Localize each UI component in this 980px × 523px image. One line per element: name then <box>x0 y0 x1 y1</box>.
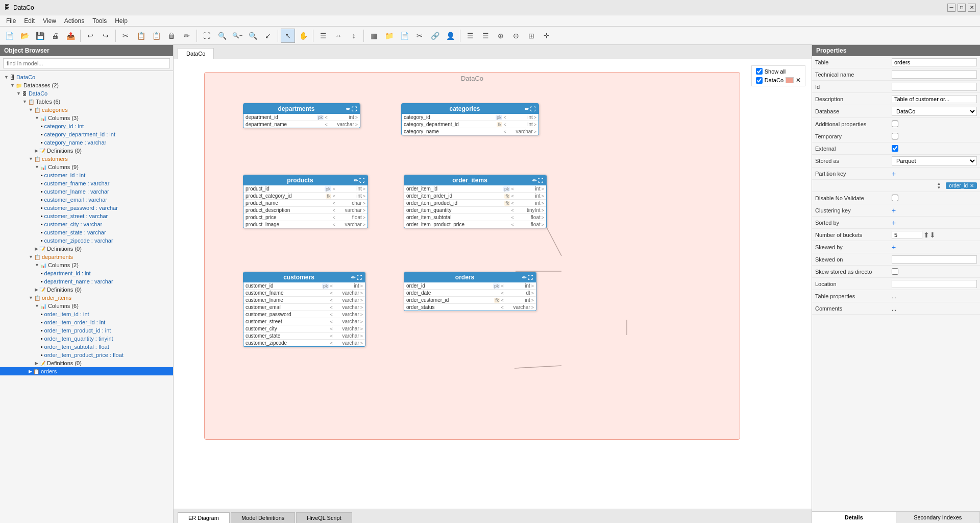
expand-icon[interactable]: ⛶ <box>357 275 362 280</box>
prop-input-id[interactable] <box>892 83 977 91</box>
prop-tab-secondary-indexes[interactable]: Secondary Indexes <box>896 512 981 523</box>
pointer-button[interactable]: ↖ <box>281 29 295 43</box>
delete-button[interactable]: 🗑 <box>164 29 179 43</box>
open-button[interactable]: 📂 <box>17 29 32 43</box>
search-input[interactable] <box>3 58 170 68</box>
tree-item-oi-cols[interactable]: ▼📊Columns (6) <box>0 302 173 310</box>
partition-key-add-button[interactable]: + <box>892 170 896 178</box>
add-circle-button[interactable]: ⊕ <box>494 29 508 43</box>
edit-icon[interactable]: ✏ <box>522 275 526 280</box>
tree-item-cust-col8[interactable]: •customer_state : varchar <box>0 228 173 236</box>
prop-input-description[interactable] <box>892 95 977 103</box>
tree-item-oi-col2[interactable]: •order_item_order_id : int <box>0 318 173 326</box>
prop-checkbox-skew-stored[interactable] <box>892 268 898 275</box>
tree-item-cat-defs[interactable]: ▶ 📝 Definitions (0) <box>0 147 173 155</box>
close-filter-icon[interactable]: ✕ <box>796 77 801 84</box>
prop-input-technical-name[interactable] <box>892 70 977 79</box>
list2-button[interactable]: ☰ <box>478 29 493 43</box>
align-left-button[interactable]: ☰ <box>316 29 330 43</box>
tree-item-dept-col1[interactable]: •department_id : int <box>0 269 173 277</box>
zoom-fit-button[interactable]: 🔍 <box>246 29 260 43</box>
menu-actions[interactable]: Actions <box>60 16 88 26</box>
prop-input-table[interactable] <box>892 58 977 66</box>
paste-button[interactable]: 📋 <box>149 29 163 43</box>
show-dataco-checkbox[interactable] <box>756 77 763 84</box>
tree-item-dataco-db[interactable]: ▼ 🗄 DataCo <box>0 89 173 98</box>
undo-button[interactable]: ↩ <box>83 29 97 43</box>
add-square-button[interactable]: ⊞ <box>524 29 538 43</box>
print-button[interactable]: 🖨 <box>48 29 62 43</box>
er-table-categories[interactable]: categories ✏ ⛶ category_id pk < int > <box>401 103 539 135</box>
folder-add-button[interactable]: 📁 <box>382 29 396 43</box>
zoom-select-button[interactable]: ↙ <box>261 29 275 43</box>
menu-tools[interactable]: Tools <box>88 16 111 26</box>
file-add-button[interactable]: 📄 <box>397 29 411 43</box>
tree-item-tables[interactable]: ▼ 📋 Tables (6) <box>0 98 173 106</box>
diagram-area[interactable]: Show all DataCo ✕ <box>174 59 812 509</box>
edit-icon[interactable]: ✏ <box>346 106 350 112</box>
skewed-by-add-button[interactable]: + <box>892 243 896 251</box>
zoom-in-button[interactable]: 🔍 <box>215 29 229 43</box>
tree-item-oi-defs[interactable]: ▶📝Definitions (0) <box>0 359 173 367</box>
tree-item-oi-col6[interactable]: •order_item_product_price : float <box>0 351 173 359</box>
tree-item-oi-col1[interactable]: •order_item_id : int <box>0 310 173 318</box>
align-vert-button[interactable]: ↕ <box>347 29 361 43</box>
expand-icon[interactable]: ⛶ <box>359 178 364 183</box>
close-button[interactable]: ✕ <box>968 4 976 12</box>
tree-item-cust-col1[interactable]: •customer_id : int <box>0 171 173 179</box>
cut-button[interactable]: ✂ <box>118 29 133 43</box>
tree-item-cust-col2[interactable]: •customer_fname : varchar <box>0 179 173 187</box>
tree-item-categories[interactable]: ▼ 📋 categories <box>0 106 173 114</box>
move-button[interactable]: ✛ <box>540 29 554 43</box>
bottom-tab-er[interactable]: ER Diagram <box>178 512 230 523</box>
export-button[interactable]: 📤 <box>63 29 78 43</box>
prop-select-database[interactable]: DataCo <box>892 107 977 116</box>
tree-item-cat-col2[interactable]: • category_department_id : int <box>0 130 173 138</box>
tree-item-departments[interactable]: ▼📋departments <box>0 253 173 261</box>
er-table-orders[interactable]: orders ✏ ⛶ order_idpk<int> order_date<dt… <box>404 272 536 311</box>
zoom-out-button[interactable]: 🔍− <box>230 29 244 43</box>
tree-item-customers[interactable]: ▼ 📋 customers <box>0 155 173 163</box>
tree-item-cat-col3[interactable]: • category_name : varchar <box>0 138 173 147</box>
show-all-checkbox[interactable] <box>756 68 763 75</box>
prop-input-skewed-on[interactable] <box>892 255 977 264</box>
remove-circle-button[interactable]: ⊙ <box>509 29 523 43</box>
prop-checkbox-disable-validate[interactable] <box>892 195 898 201</box>
prop-checkbox-temporary[interactable] <box>892 133 898 139</box>
tree-item-databases[interactable]: ▼ 📁 Databases (2) <box>0 81 173 89</box>
expand-icon[interactable]: ⛶ <box>530 106 535 112</box>
tree-item-cust-col6[interactable]: •customer_street : varchar <box>0 212 173 220</box>
tree-item-cust-col4[interactable]: •customer_email : varchar <box>0 196 173 204</box>
tree-item-dept-col2[interactable]: •department_name : varchar <box>0 277 173 286</box>
partition-down-arrow[interactable]: ▼ <box>937 186 941 190</box>
edit-icon[interactable]: ✏ <box>532 178 536 183</box>
expand-icon[interactable]: ⛶ <box>352 106 357 112</box>
menu-edit[interactable]: Edit <box>20 16 39 26</box>
bottom-tab-hiveql[interactable]: HiveQL Script <box>296 512 352 523</box>
menu-view[interactable]: View <box>39 16 60 26</box>
tree-item-cust-col3[interactable]: •customer_lname : varchar <box>0 187 173 196</box>
menu-file[interactable]: File <box>2 16 20 26</box>
tree-item-cust-col7[interactable]: •customer_city : varchar <box>0 220 173 228</box>
tree-item-cust-col5[interactable]: •customer_password : varchar <box>0 204 173 212</box>
list1-button[interactable]: ☰ <box>463 29 477 43</box>
edit-icon[interactable]: ✏ <box>354 178 358 183</box>
expand-icon[interactable]: ⛶ <box>528 275 533 280</box>
menu-help[interactable]: Help <box>111 16 132 26</box>
tree-item-cat-col1[interactable]: • category_id : int <box>0 122 173 130</box>
tree-item-categories-cols[interactable]: ▼ 📊 Columns (3) <box>0 114 173 122</box>
link-button[interactable]: 🔗 <box>428 29 442 43</box>
tree-item-dataco[interactable]: ▼ 🗄 DataCo <box>0 73 173 81</box>
tree-item-orders[interactable]: ▶ 📋 orders <box>0 367 173 375</box>
prop-value-comments[interactable]: ... <box>892 305 977 312</box>
prop-input-num-buckets[interactable] <box>892 231 922 239</box>
align-right-button[interactable]: ↔ <box>331 29 346 43</box>
tab-dataco[interactable]: DataCo <box>178 48 214 59</box>
minimize-button[interactable]: ─ <box>947 4 955 12</box>
prop-checkbox-external[interactable] <box>892 145 898 152</box>
tree-item-dept-cols[interactable]: ▼📊Columns (2) <box>0 261 173 269</box>
clustering-key-add-button[interactable]: + <box>892 206 896 215</box>
er-table-products[interactable]: products ✏ ⛶ product_idpk<int> product_c… <box>243 175 368 228</box>
prop-checkbox-additional[interactable] <box>892 121 898 127</box>
edit-icon[interactable]: ✏ <box>525 106 529 112</box>
